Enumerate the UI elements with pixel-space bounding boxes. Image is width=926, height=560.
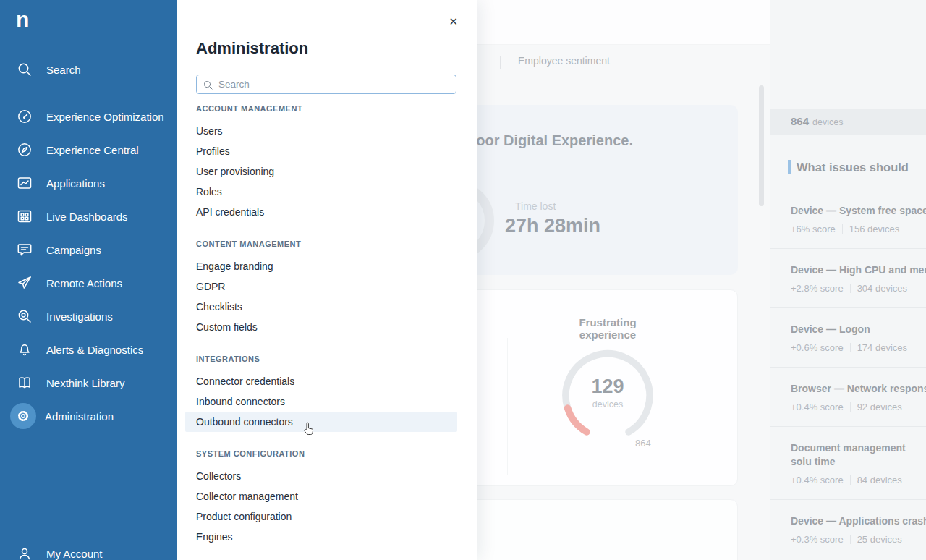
gear-icon (10, 403, 36, 429)
campaigns-icon (16, 241, 33, 258)
menu-item-engage-branding[interactable]: Engage branding (196, 256, 457, 276)
gauge-unit: devices (550, 399, 666, 410)
issue-score: +6% score (791, 224, 836, 234)
person-icon (16, 545, 33, 560)
issue-item[interactable]: Device — Logon +0.6% score174 devices (770, 307, 926, 367)
section-integrations: INTEGRATIONS Connector credentials Inbou… (196, 355, 457, 432)
issue-title: Device — High CPU and mem (791, 263, 926, 277)
sidebar-item-alerts-diagnostics[interactable]: Alerts & Diagnostics (0, 333, 177, 366)
section-content-management: CONTENT MANAGEMENT Engage branding GDPR … (196, 239, 457, 337)
vertical-scrollbar[interactable] (759, 85, 764, 206)
sidebar-item-investigations[interactable]: Investigations (0, 300, 177, 333)
issue-devices: 84 devices (857, 475, 902, 485)
insights-device-unit: devices (812, 117, 843, 127)
experience-central-icon (16, 141, 33, 158)
menu-item-api-credentials[interactable]: API credentials (196, 202, 457, 222)
issue-score: +0.3% score (791, 534, 844, 545)
tab-divider (500, 56, 501, 69)
menu-item-profiles[interactable]: Profiles (196, 141, 457, 161)
sidebar-item-search[interactable]: Search (0, 53, 177, 86)
meta-divider (850, 535, 851, 544)
bell-icon (16, 341, 33, 358)
menu-item-checklists[interactable]: Checklists (196, 297, 457, 317)
time-lost-value: 27h 28min (505, 215, 600, 237)
tab-employee-sentiment[interactable]: Employee sentiment (518, 55, 610, 67)
issue-title: Device — System free space (791, 204, 926, 218)
close-icon[interactable]: ✕ (449, 16, 458, 27)
issue-devices: 25 devices (857, 534, 902, 545)
search-icon (203, 80, 213, 90)
time-lost-label: Time lost (515, 200, 556, 212)
menu-item-inbound-connectors[interactable]: Inbound connectors (196, 391, 457, 412)
flyout-title: Administration (196, 39, 308, 58)
sidebar-item-my-account[interactable]: My Account (0, 537, 177, 560)
search-input[interactable] (218, 75, 453, 93)
issue-score: +2.8% score (791, 283, 844, 294)
issue-item[interactable]: Device — High CPU and mem +2.8% score304… (770, 248, 926, 307)
sidebar-item-applications[interactable]: Applications (0, 166, 177, 200)
issue-devices: 174 devices (857, 342, 907, 353)
sidebar-item-experience-optimization[interactable]: Experience Optimization (0, 100, 177, 133)
summary-headline: poor Digital Experience. (467, 132, 633, 149)
issue-item[interactable]: Device — Applications crash +0.3% score2… (770, 499, 926, 559)
accent-bar (788, 160, 791, 174)
investigations-icon (16, 307, 33, 325)
issue-title: Document management solu time (791, 441, 926, 469)
sidebar-item-live-dashboards[interactable]: Live Dashboards (0, 200, 177, 233)
sidebar-item-campaigns[interactable]: Campaigns (0, 233, 177, 266)
section-heading: SYSTEM CONFIGURATION (196, 449, 457, 459)
applications-icon (16, 174, 33, 192)
menu-item-collectors[interactable]: Collectors (196, 466, 457, 486)
issue-title: Browser — Network respons (791, 382, 926, 396)
insights-heading-text: What issues should (797, 161, 909, 174)
flyout-sections: ACCOUNT MANAGEMENT Users Profiles User p… (196, 104, 457, 547)
issue-score: +0.4% score (791, 475, 844, 485)
sidebar-item-experience-central[interactable]: Experience Central (0, 133, 177, 166)
menu-item-custom-fields[interactable]: Custom fields (196, 317, 457, 337)
gauge-max-label: 864 (635, 438, 651, 449)
remote-actions-icon (16, 274, 33, 292)
section-heading: INTEGRATIONS (196, 355, 457, 365)
sidebar-item-remote-actions[interactable]: Remote Actions (0, 266, 177, 300)
insights-heading: What issues should (770, 160, 909, 174)
menu-item-gdpr[interactable]: GDPR (196, 276, 457, 297)
issue-score: +0.4% score (791, 402, 844, 412)
issue-devices: 92 devices (857, 402, 902, 412)
meta-divider (850, 284, 851, 293)
meta-divider (850, 402, 851, 412)
menu-item-collector-management[interactable]: Collector management (196, 486, 457, 506)
menu-item-product-configuration[interactable]: Product configuration (196, 506, 457, 527)
primary-sidebar: n Search Experience Optimization Experie… (0, 0, 177, 560)
experience-optimization-icon (16, 108, 33, 125)
insights-device-count: 864 (791, 115, 809, 127)
menu-item-roles[interactable]: Roles (196, 182, 457, 202)
section-heading: CONTENT MANAGEMENT (196, 239, 457, 250)
meta-divider (850, 475, 851, 485)
issue-item[interactable]: Document management solu time +0.4% scor… (770, 426, 926, 499)
section-system-configuration: SYSTEM CONFIGURATION Collectors Collecto… (196, 449, 457, 547)
card-divider (507, 338, 508, 475)
flyout-search (196, 75, 456, 94)
issue-devices: 156 devices (849, 224, 899, 234)
menu-item-engines[interactable]: Engines (196, 527, 457, 547)
issue-devices: 304 devices (857, 283, 907, 294)
issue-score: +0.6% score (791, 342, 844, 353)
gauge-value: 129 (550, 376, 666, 398)
section-heading: ACCOUNT MANAGEMENT (196, 104, 457, 114)
app-screen: Employee sentiment poor Digital Experien… (0, 0, 926, 560)
gauge-widget: Frustrating experience 129 devices 864 (550, 316, 666, 452)
menu-item-outbound-connectors[interactable]: Outbound connectors (185, 412, 457, 432)
menu-item-connector-credentials[interactable]: Connector credentials (196, 371, 457, 391)
menu-item-users[interactable]: Users (196, 121, 457, 141)
issue-list: Device — System free space +6% score156 … (770, 190, 926, 559)
issue-item[interactable]: Browser — Network respons +0.4% score92 … (770, 367, 926, 426)
issue-item[interactable]: Device — System free space +6% score156 … (770, 190, 926, 248)
issue-title: Device — Logon (791, 323, 926, 336)
administration-flyout: ✕ Administration ACCOUNT MANAGEMENT User… (177, 0, 477, 560)
sidebar-item-administration[interactable]: Administration (0, 399, 177, 433)
meta-divider (842, 224, 843, 234)
insights-panel: 864 devices What issues should Device — … (770, 0, 926, 560)
meta-divider (850, 343, 851, 352)
sidebar-item-nexthink-library[interactable]: Nexthink Library (0, 366, 177, 399)
menu-item-user-provisioning[interactable]: User provisioning (196, 161, 457, 182)
